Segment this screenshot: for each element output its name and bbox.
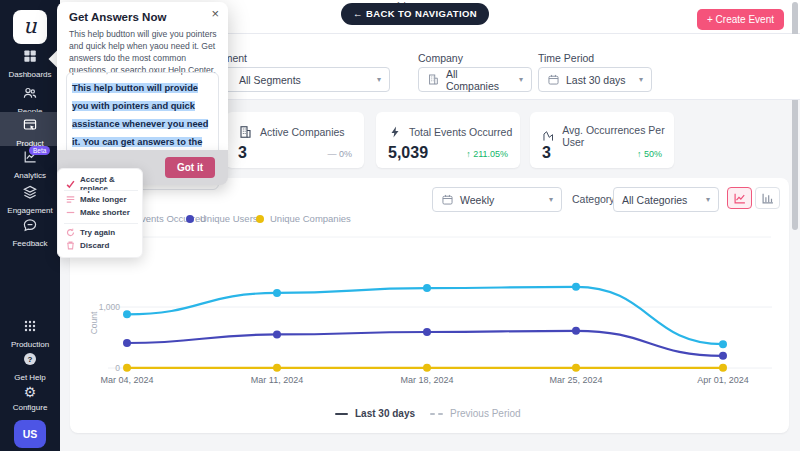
product-icon — [22, 117, 38, 133]
category-label: Category — [572, 193, 615, 205]
chevron-down-icon: ▾ — [639, 75, 643, 84]
beta-badge: Beta — [29, 146, 50, 155]
lightning-icon — [388, 124, 402, 140]
dashed-line-swatch — [438, 413, 443, 415]
svg-text:?: ? — [28, 355, 33, 364]
sidebar-item-feedback[interactable]: Feedback — [0, 217, 60, 248]
segment-dropdown-value: All Segments — [239, 74, 301, 86]
chevron-down-icon: ▾ — [377, 75, 381, 84]
sidebar-item-label: Production — [0, 340, 60, 349]
svg-text:Apr 01, 2024: Apr 01, 2024 — [697, 375, 749, 385]
menu-item-make-shorter[interactable]: Make shorter — [66, 208, 130, 217]
people-icon — [22, 85, 38, 101]
menu-divider — [64, 223, 138, 224]
menu-item-make-longer[interactable]: Make longer — [66, 195, 127, 204]
stat-value: 5,039 — [388, 144, 428, 162]
events-chart-card: Weekly ▾ Category All Categories ▾ Total… — [70, 178, 789, 433]
category-dropdown-value: All Categories — [622, 194, 687, 206]
sidebar-item-label: Get Help — [0, 373, 60, 382]
building-icon — [427, 73, 440, 86]
bar-chart-icon — [761, 191, 775, 205]
line-chart-icon — [733, 191, 747, 205]
stat-delta: ↑ 50% — [637, 149, 662, 159]
stat-card-avg-occurrences: Avg. Occurrences Per User 3 ↑ 50% — [530, 112, 674, 168]
chevron-down-icon: ▾ — [706, 195, 710, 204]
chevron-down-icon: ▾ — [549, 195, 553, 204]
chevron-down-icon: ▾ — [519, 75, 523, 84]
stat-title: Avg. Occurrences Per User — [562, 124, 674, 148]
retry-icon — [66, 228, 75, 237]
time-period-dropdown-value: Last 30 days — [566, 74, 626, 86]
app-window: u Dashboards People Product Analytics Be… — [0, 0, 800, 451]
bar-chart-toggle[interactable] — [755, 187, 780, 209]
menu-divider — [64, 190, 138, 191]
sidebar-item-label: Feedback — [0, 239, 60, 248]
stat-delta: ↑ 211.05% — [466, 149, 508, 159]
bottom-legend-current: Last 30 days — [335, 408, 415, 419]
sidebar-item-production[interactable]: Production — [0, 318, 60, 349]
bottom-legend-previous: Previous Period — [430, 408, 521, 419]
sidebar-item-dashboards[interactable]: Dashboards — [0, 48, 60, 79]
trash-icon — [66, 241, 75, 250]
popup-title: Get Answers Now — [69, 11, 166, 23]
company-filter-label: Company — [418, 52, 463, 64]
stat-card-active-companies: Active Companies 3 — 0% — [226, 112, 364, 168]
time-period-dropdown[interactable]: Last 30 days ▾ — [538, 67, 652, 92]
stat-value: 3 — [542, 144, 551, 162]
calendar-icon — [441, 193, 454, 206]
back-to-navigation-button[interactable]: ← BACK TO NAVIGATION — [341, 3, 489, 25]
sidebar: u Dashboards People Product Analytics Be… — [0, 0, 60, 451]
sidebar-item-label: Dashboards — [0, 70, 60, 79]
sidebar-item-label: Configure — [0, 403, 60, 412]
make-longer-icon — [66, 195, 75, 204]
menu-item-discard[interactable]: Discard — [66, 241, 109, 250]
company-dropdown[interactable]: All Companies ▾ — [418, 67, 532, 92]
userpilot-logo-icon[interactable]: u — [13, 10, 47, 44]
dashboards-icon — [22, 48, 38, 64]
company-dropdown-value: All Companies — [446, 68, 513, 92]
arrow-left-icon: ← — [353, 8, 363, 19]
layers-icon — [22, 184, 38, 200]
stat-value: 3 — [238, 144, 247, 162]
solid-line-swatch — [335, 413, 348, 415]
menu-item-try-again[interactable]: Try again — [66, 228, 115, 237]
line-chart-toggle[interactable] — [727, 187, 752, 209]
sidebar-item-get-help[interactable]: ? Get Help — [0, 351, 60, 382]
segment-dropdown[interactable]: All Segments ▾ — [208, 67, 390, 92]
sidebar-item-configure[interactable]: ⚙ Configure — [0, 383, 60, 412]
popup-paragraph: This help budtton will give you pointers… — [69, 29, 217, 76]
category-dropdown[interactable]: All Categories ▾ — [613, 187, 719, 212]
got-it-button[interactable]: Got it — [165, 157, 215, 178]
stat-title: Total Events Occurred — [409, 126, 512, 138]
svg-text:1,000: 1,000 — [99, 302, 121, 312]
svg-text:Mar 18, 2024: Mar 18, 2024 — [400, 375, 453, 385]
make-shorter-icon — [66, 208, 75, 217]
area-chart-icon — [542, 128, 555, 144]
ai-suggestion-menu: Accept & replace Make longer Make shorte… — [57, 168, 143, 258]
gear-icon: ⚙ — [24, 384, 37, 400]
stat-card-total-events: Total Events Occurred 5,039 ↑ 211.05% — [376, 112, 520, 168]
dots-grid-icon — [22, 318, 38, 334]
sidebar-item-product[interactable]: Product — [0, 112, 60, 146]
svg-text:Mar 11, 2024: Mar 11, 2024 — [251, 375, 303, 385]
svg-text:Mar 25, 2024: Mar 25, 2024 — [549, 375, 602, 385]
user-avatar[interactable]: US — [14, 420, 46, 448]
interval-dropdown-value: Weekly — [460, 194, 494, 206]
chart-canvas: 01,000Mar 04, 2024Mar 11, 2024Mar 18, 20… — [70, 218, 789, 398]
stat-title: Active Companies — [260, 126, 345, 138]
svg-text:0: 0 — [115, 363, 120, 373]
sidebar-item-engagement[interactable]: Engagement — [0, 184, 60, 215]
svg-text:Mar 04, 2024: Mar 04, 2024 — [100, 375, 153, 385]
sidebar-item-label: Engagement — [0, 206, 60, 215]
get-answers-popup: Get Answers Now × This help budtton will… — [57, 2, 228, 150]
close-icon[interactable]: × — [211, 6, 219, 21]
interval-dropdown[interactable]: Weekly ▾ — [432, 187, 562, 212]
dashed-line-swatch — [430, 413, 435, 415]
stat-delta: — 0% — [327, 149, 352, 159]
check-icon — [66, 180, 75, 189]
feedback-icon — [22, 217, 38, 233]
sidebar-item-label: Analytics — [0, 171, 60, 180]
create-event-button[interactable]: + Create Event — [697, 9, 784, 30]
calendar-icon — [547, 73, 560, 86]
question-icon: ? — [22, 351, 38, 367]
